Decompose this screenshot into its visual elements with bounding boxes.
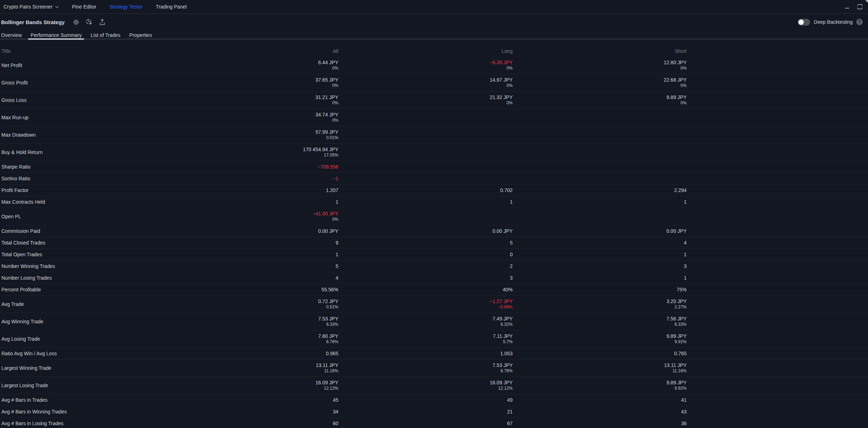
- report-tabs: Overview Performance Summary List of Tra…: [0, 30, 868, 40]
- cell-all: 60: [160, 421, 338, 427]
- cell-all: 4: [160, 275, 338, 281]
- cell-all: 0.72 JPY0.51%: [160, 298, 338, 310]
- export-share-icon[interactable]: [98, 18, 106, 26]
- cell-all: 0.965: [160, 351, 338, 357]
- cell-value: 0: [338, 252, 513, 258]
- cell-percent: 0.01%: [160, 135, 338, 141]
- cell-value: 7.80 JPY: [160, 333, 338, 339]
- settings-gear-icon[interactable]: [72, 18, 80, 26]
- cell-percent: 0%: [513, 83, 687, 88]
- cell-long: 67: [338, 421, 513, 427]
- tab-trading-panel[interactable]: Trading Panel: [156, 4, 187, 10]
- cell-all: 37.65 JPY0%: [160, 77, 338, 88]
- cell-value: 75%: [513, 287, 687, 293]
- minimize-icon[interactable]: [844, 4, 850, 10]
- add-alert-icon[interactable]: [85, 18, 93, 26]
- cell-short: 75%: [513, 287, 687, 293]
- cell-value: 7.56 JPY: [513, 316, 687, 322]
- tab-strategy-tester[interactable]: Strategy Tester: [109, 4, 143, 10]
- cell-long: 1: [338, 199, 513, 205]
- col-header-all: All: [160, 48, 338, 54]
- row-label: Avg Trade: [0, 301, 160, 307]
- table-row: Ratio Avg Win / Avg Loss0.9651.0530.765: [0, 348, 868, 360]
- row-label: Largest Winning Trade: [0, 365, 160, 371]
- table-row: Sharpe Ratio−709.556: [0, 161, 868, 173]
- table-row: Avg # Bars in Winning Trades342143: [0, 406, 868, 418]
- cell-short: 9.89 JPY0%: [513, 94, 687, 106]
- cell-value: 34: [160, 409, 338, 415]
- cell-value: 1: [513, 275, 687, 281]
- table-row: Avg Losing Trade7.80 JPY6.76%7.11 JPY5.7…: [0, 330, 868, 348]
- strategy-title: Bollinger Bands Strategy: [1, 19, 65, 25]
- cell-value: 0.965: [160, 351, 338, 357]
- cell-value: 9.89 JPY: [513, 333, 687, 339]
- cell-value: 4: [513, 240, 687, 246]
- row-label: Avg # Bars in Winning Trades: [0, 409, 160, 415]
- tab-pine-editor[interactable]: Pine Editor: [72, 4, 96, 10]
- cell-short: 12.80 JPY0%: [513, 60, 687, 71]
- help-icon[interactable]: ?: [856, 19, 863, 25]
- corner-resize-notch: [865, 0, 868, 3]
- tab-crypto-pairs-screener[interactable]: Crypto Pairs Screener: [4, 4, 59, 10]
- cell-value: 13.11 JPY: [160, 362, 338, 368]
- tab-properties[interactable]: Properties: [129, 30, 152, 40]
- cell-value: 41: [513, 397, 687, 403]
- deep-backtesting-control: Deep Backtesting ?: [798, 19, 863, 26]
- table-row: Gross Profit37.65 JPY0%14.97 JPY0%22.68 …: [0, 74, 868, 92]
- cell-long: 5: [338, 240, 513, 246]
- cell-percent: 9.92%: [513, 339, 687, 345]
- cell-all: 9: [160, 240, 338, 246]
- cell-long: −6.35 JPY0%: [338, 60, 513, 71]
- cell-long: 1.053: [338, 351, 513, 357]
- row-label: Total Closed Trades: [0, 240, 160, 246]
- cell-short: 9.89 JPY9.92%: [513, 333, 687, 345]
- cell-percent: 0%: [338, 66, 513, 71]
- cell-percent: 0%: [338, 83, 513, 88]
- deep-backtesting-label: Deep Backtesting: [814, 19, 853, 25]
- tab-performance-summary[interactable]: Performance Summary: [31, 30, 82, 40]
- cell-percent: 11.16%: [160, 368, 338, 374]
- cell-long: 40%: [338, 287, 513, 293]
- cell-short: 36: [513, 421, 687, 427]
- cell-short: 9.89 JPY9.92%: [513, 380, 687, 391]
- cell-value: 3: [338, 275, 513, 281]
- cell-all: 0.00 JPY: [160, 228, 338, 234]
- cell-long: 7.49 JPY6.32%: [338, 316, 513, 327]
- row-label: Avg Losing Trade: [0, 336, 160, 342]
- cell-value: 1: [160, 252, 338, 258]
- cell-short: 0.765: [513, 351, 687, 357]
- row-label: Net Profit: [0, 62, 160, 68]
- cell-long: 21.32 JPY0%: [338, 94, 513, 106]
- deep-backtesting-toggle[interactable]: [798, 19, 810, 26]
- cell-long: −1.27 JPY−0.89%: [338, 298, 513, 310]
- cell-value: 40%: [338, 287, 513, 293]
- cell-percent: 6.76%: [160, 339, 338, 345]
- cell-percent: 6.33%: [160, 322, 338, 327]
- tab-overview[interactable]: Overview: [1, 30, 22, 40]
- cell-value: 34.74 JPY: [160, 112, 338, 118]
- cell-all: 31.21 JPY0%: [160, 94, 338, 106]
- tab-list-of-trades[interactable]: List of Trades: [91, 30, 120, 40]
- cell-value: 1.053: [338, 351, 513, 357]
- cell-percent: 9.92%: [513, 386, 687, 391]
- restore-window-icon[interactable]: [857, 4, 863, 10]
- cell-all: 16.09 JPY12.12%: [160, 380, 338, 391]
- cell-value: 31.21 JPY: [160, 94, 338, 100]
- cell-all: 7.53 JPY6.33%: [160, 316, 338, 327]
- table-body: Net Profit6.44 JPY0%−6.35 JPY0%12.80 JPY…: [0, 57, 868, 428]
- cell-short: 2.294: [513, 187, 687, 193]
- cell-value: 7.49 JPY: [338, 316, 513, 322]
- cell-value: 3: [513, 263, 687, 269]
- panel-topbar: Crypto Pairs Screener Pine Editor Strate…: [0, 0, 868, 14]
- row-label: Avg # Bars in Losing Trades: [0, 421, 160, 426]
- cell-all: 13.11 JPY11.16%: [160, 362, 338, 374]
- table-row: Avg # Bars in Losing Trades606736: [0, 418, 868, 428]
- cell-long: 3: [338, 275, 513, 281]
- cell-percent: 0%: [160, 118, 338, 123]
- cell-value: 49: [338, 397, 513, 403]
- cell-long: 0.702: [338, 187, 513, 193]
- cell-value: 1: [513, 199, 687, 205]
- cell-long: 16.09 JPY12.12%: [338, 380, 513, 391]
- cell-value: 37.65 JPY: [160, 77, 338, 83]
- cell-percent: 2.27%: [513, 304, 687, 310]
